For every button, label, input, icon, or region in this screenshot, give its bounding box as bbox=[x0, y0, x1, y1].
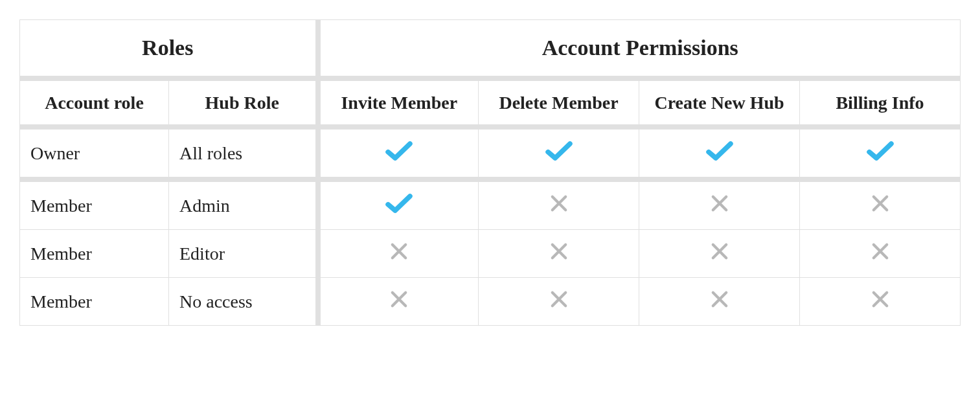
check-icon bbox=[705, 140, 734, 162]
cell-hub-role: Admin bbox=[169, 179, 318, 230]
cell-delete-member bbox=[479, 179, 639, 230]
cross-icon bbox=[869, 240, 891, 262]
cross-icon bbox=[548, 240, 570, 262]
cell-account-role: Member bbox=[20, 179, 169, 230]
cross-icon bbox=[388, 240, 410, 262]
table-group-header-row: Roles Account Permissions bbox=[20, 20, 961, 79]
table-row: MemberEditor bbox=[20, 230, 961, 278]
cell-delete-member bbox=[479, 127, 639, 179]
cell-hub-role: No access bbox=[169, 278, 318, 326]
cross-icon bbox=[869, 288, 891, 310]
cell-create-new-hub bbox=[639, 127, 800, 179]
cell-delete-member bbox=[479, 278, 639, 326]
cell-invite-member bbox=[318, 230, 479, 278]
table-row: MemberAdmin bbox=[20, 179, 961, 230]
cross-icon bbox=[548, 288, 570, 310]
cell-invite-member bbox=[318, 278, 479, 326]
check-icon bbox=[385, 140, 413, 162]
cross-icon bbox=[709, 288, 731, 310]
cell-billing-info bbox=[800, 230, 961, 278]
column-header-delete-member: Delete Member bbox=[479, 78, 639, 127]
column-group-permissions: Account Permissions bbox=[318, 20, 961, 79]
permissions-table-body: OwnerAll rolesMemberAdminMemberEditorMem… bbox=[20, 127, 961, 326]
cross-icon bbox=[388, 288, 410, 310]
column-header-create-new-hub: Create New Hub bbox=[639, 78, 800, 127]
table-row: MemberNo access bbox=[20, 278, 961, 326]
cell-account-role: Owner bbox=[20, 127, 169, 179]
column-header-billing-info: Billing Info bbox=[800, 78, 961, 127]
table-row: OwnerAll roles bbox=[20, 127, 961, 179]
check-icon bbox=[385, 192, 413, 214]
cell-delete-member bbox=[479, 230, 639, 278]
cell-invite-member bbox=[318, 179, 479, 230]
check-icon bbox=[866, 140, 895, 162]
cross-icon bbox=[709, 240, 731, 262]
cell-create-new-hub bbox=[639, 230, 800, 278]
cell-invite-member bbox=[318, 127, 479, 179]
cell-account-role: Member bbox=[20, 278, 169, 326]
column-header-invite-member: Invite Member bbox=[318, 78, 479, 127]
column-header-account-role: Account role bbox=[20, 78, 169, 127]
cell-billing-info bbox=[800, 278, 961, 326]
cell-account-role: Member bbox=[20, 230, 169, 278]
cross-icon bbox=[869, 192, 891, 214]
table-sub-header-row: Account role Hub Role Invite Member Dele… bbox=[20, 78, 961, 127]
cell-create-new-hub bbox=[639, 179, 800, 230]
cell-hub-role: All roles bbox=[169, 127, 318, 179]
cross-icon bbox=[548, 192, 570, 214]
permissions-table: Roles Account Permissions Account role H… bbox=[19, 19, 961, 326]
cell-create-new-hub bbox=[639, 278, 800, 326]
cell-billing-info bbox=[800, 179, 961, 230]
column-header-hub-role: Hub Role bbox=[169, 78, 318, 127]
cross-icon bbox=[709, 192, 731, 214]
cell-billing-info bbox=[800, 127, 961, 179]
check-icon bbox=[545, 140, 573, 162]
column-group-roles: Roles bbox=[20, 20, 318, 79]
cell-hub-role: Editor bbox=[169, 230, 318, 278]
